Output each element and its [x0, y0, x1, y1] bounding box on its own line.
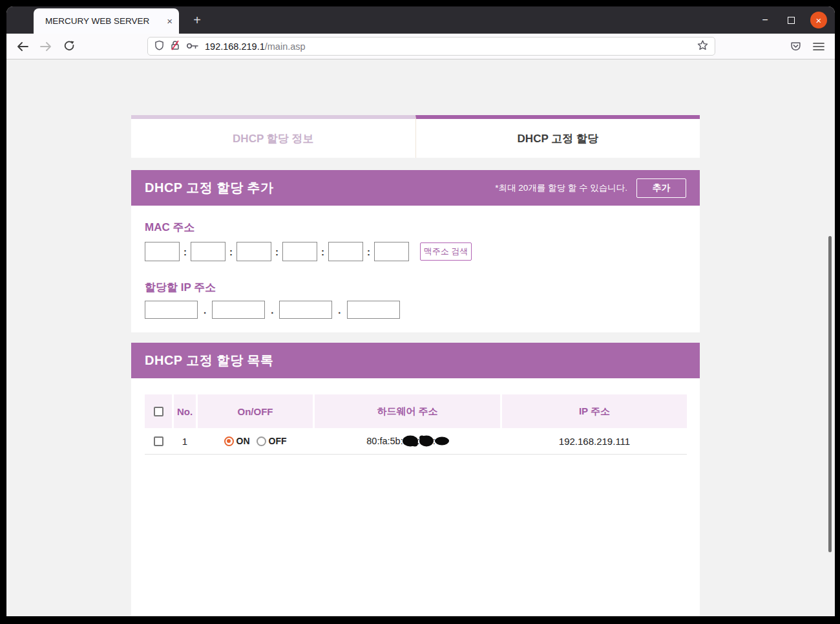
- ip-address-label: 할당할 IP 주소: [145, 280, 216, 295]
- browser-tab[interactable]: MERCURY WEB SERVER ×: [34, 8, 179, 34]
- max-count-note: *최대 20개를 할당 할 수 있습니다.: [495, 182, 627, 194]
- mac-redaction-blob: [419, 435, 434, 447]
- pocket-icon[interactable]: [787, 38, 804, 55]
- mac-separator: :: [321, 246, 324, 257]
- mac-octet-input-4[interactable]: [282, 242, 317, 261]
- mac-prefix-text: 80:fa:5b:: [366, 436, 403, 446]
- static-assignment-table: No. On/OFF 하드웨어 주소 IP 주소 1 ON OFF 80: [145, 394, 687, 455]
- mac-octet-input-2[interactable]: [191, 242, 226, 261]
- list-section-header: DHCP 고정 할당 목록: [131, 343, 700, 378]
- url-host: 192.168.219.1: [205, 41, 265, 52]
- radio-on-label: ON: [236, 436, 250, 446]
- close-button[interactable]: ×: [810, 12, 827, 28]
- mac-octet-input-3[interactable]: [236, 242, 271, 261]
- table-header-hw-address: 하드웨어 주소: [315, 394, 500, 428]
- radio-off[interactable]: [257, 436, 266, 446]
- row-number: 1: [174, 428, 196, 454]
- mac-address-label: MAC 주소: [145, 220, 194, 235]
- mac-search-button[interactable]: 맥주소 검색: [420, 242, 472, 261]
- add-section-header: DHCP 고정 할당 추가 *최대 20개를 할당 할 수 있습니다. 추가: [131, 170, 700, 206]
- dhcp-tab-bar: DHCP 할당 정보 DHCP 고정 할당: [131, 115, 700, 158]
- new-tab-button[interactable]: +: [189, 12, 205, 28]
- saved-login-key-icon[interactable]: [186, 41, 199, 52]
- ip-input-row: . . .: [145, 301, 400, 319]
- hamburger-menu-icon[interactable]: [810, 38, 827, 55]
- mac-redaction-blob: [434, 436, 450, 446]
- mac-separator: :: [229, 246, 233, 257]
- back-icon[interactable]: [14, 38, 31, 55]
- ip-separator: .: [271, 305, 273, 316]
- mac-separator: :: [184, 246, 187, 257]
- mac-octet-input-1[interactable]: [145, 242, 180, 261]
- tab-dhcp-static-assignment[interactable]: DHCP 고정 할당: [415, 115, 700, 158]
- add-section-body: MAC 주소 : : : : : 맥주소 검색 할당할 IP 주소 . .: [131, 206, 700, 332]
- table-header-ip-address: IP 주소: [502, 394, 687, 428]
- select-all-checkbox[interactable]: [154, 407, 163, 416]
- browser-titlebar: MERCURY WEB SERVER × + − ×: [6, 6, 835, 34]
- maximize-button[interactable]: [784, 14, 797, 27]
- table-header-no: No.: [174, 394, 196, 428]
- page-scrollbar-thumb[interactable]: [828, 236, 832, 552]
- ip-separator: .: [204, 305, 206, 316]
- mac-redaction-blob: [402, 435, 419, 447]
- row-checkbox[interactable]: [154, 436, 163, 446]
- mac-octet-input-5[interactable]: [328, 242, 363, 261]
- forward-icon[interactable]: [37, 38, 54, 55]
- ip-octet-input-4[interactable]: [347, 301, 400, 319]
- bookmark-star-icon[interactable]: [697, 40, 708, 53]
- url-text: 192.168.219.1/main.asp: [205, 41, 306, 52]
- minimize-button[interactable]: −: [759, 14, 772, 26]
- add-section-title: DHCP 고정 할당 추가: [145, 179, 273, 197]
- browser-navbar: 192.168.219.1/main.asp: [6, 34, 835, 59]
- radio-on[interactable]: [224, 436, 234, 446]
- row-ip: 192.168.219.111: [502, 428, 687, 454]
- table-header-onoff: On/OFF: [198, 394, 313, 428]
- url-path: /main.asp: [265, 41, 306, 52]
- tracking-protection-shield-icon[interactable]: [154, 40, 164, 53]
- ip-octet-input-1[interactable]: [145, 301, 198, 319]
- maximize-icon: [788, 17, 795, 24]
- table-row: 1 ON OFF 80:fa:5b: : :: [145, 428, 687, 455]
- window-controls: − ×: [759, 6, 827, 34]
- row-onoff-cell: ON OFF: [198, 428, 313, 454]
- list-section-title: DHCP 고정 할당 목록: [145, 352, 273, 369]
- ip-octet-input-2[interactable]: [212, 301, 265, 319]
- ip-octet-input-3[interactable]: [279, 301, 332, 319]
- list-section-body: No. On/OFF 하드웨어 주소 IP 주소 1 ON OFF 80: [131, 378, 700, 616]
- reload-icon[interactable]: [61, 38, 78, 55]
- table-header-select: [145, 394, 172, 428]
- tab-title: MERCURY WEB SERVER: [45, 16, 162, 26]
- url-bar[interactable]: 192.168.219.1/main.asp: [147, 37, 715, 56]
- insecure-lock-icon[interactable]: [170, 40, 180, 53]
- table-header-row: No. On/OFF 하드웨어 주소 IP 주소: [145, 394, 687, 428]
- browser-window: MERCURY WEB SERVER × + − ×: [6, 6, 835, 616]
- mac-separator: :: [275, 246, 278, 257]
- radio-off-label: OFF: [269, 436, 287, 446]
- mac-octet-input-6[interactable]: [374, 242, 409, 261]
- mac-input-row: : : : : : 맥주소 검색: [145, 242, 472, 261]
- row-mac-cell: 80:fa:5b: : :: [315, 428, 500, 454]
- close-icon: ×: [816, 15, 822, 26]
- tab-dhcp-assignment-info[interactable]: DHCP 할당 정보: [131, 115, 415, 158]
- page-viewport: DHCP 할당 정보 DHCP 고정 할당 DHCP 고정 할당 추가 *최대 …: [6, 59, 835, 616]
- ip-separator: .: [338, 305, 341, 316]
- tab-close-icon[interactable]: ×: [167, 16, 173, 27]
- mac-separator: :: [367, 246, 370, 257]
- add-button[interactable]: 추가: [636, 178, 686, 198]
